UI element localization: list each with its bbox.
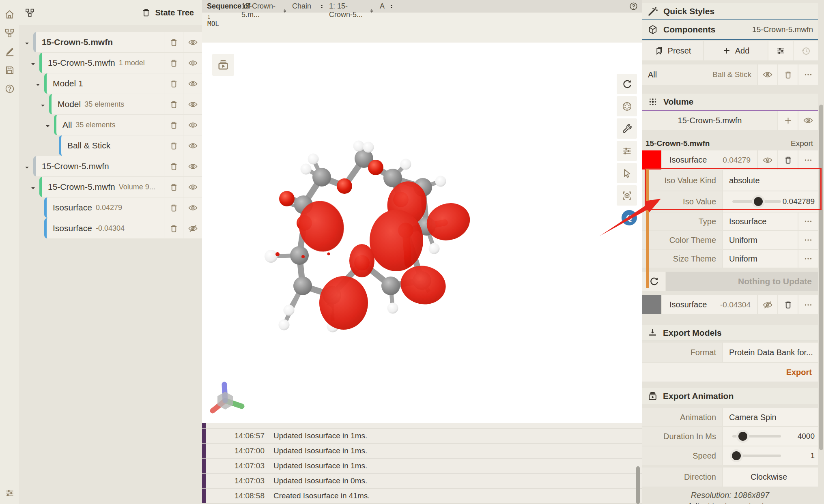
granularity-select[interactable]: Chain	[292, 2, 325, 11]
trash-icon[interactable]	[164, 115, 183, 135]
tree-row[interactable]: 15-Crown-5.mwfn	[19, 32, 202, 52]
trash-icon[interactable]	[164, 53, 183, 73]
clear-tree-trash-icon[interactable]	[141, 8, 151, 17]
controls-wrench-icon[interactable]	[617, 118, 637, 139]
trash-icon[interactable]	[164, 94, 183, 114]
isosurface-row[interactable]: Isosurface 0.04279	[662, 150, 757, 169]
tree-row[interactable]: Ball & Stick	[19, 135, 202, 156]
trash-icon[interactable]	[164, 156, 183, 176]
chevron-down-icon[interactable]	[40, 102, 46, 109]
settings-sliders-icon[interactable]	[0, 484, 19, 502]
speed-number[interactable]: 1	[810, 451, 815, 460]
quick-help-badge[interactable]: Q	[619, 208, 639, 228]
eye-off-icon[interactable]	[183, 218, 202, 238]
history-icon[interactable]	[794, 41, 818, 60]
volume-header[interactable]: Volume	[642, 94, 818, 111]
animation-select[interactable]: Camera Spin	[723, 408, 818, 426]
eye-icon[interactable]	[183, 32, 202, 52]
trash-icon[interactable]	[164, 197, 183, 218]
chevron-down-icon[interactable]	[30, 60, 36, 68]
settings-icon[interactable]	[617, 141, 637, 161]
export-models-header[interactable]: Export Models	[642, 325, 818, 341]
more-options-icon[interactable]	[798, 295, 818, 314]
save-icon[interactable]	[0, 61, 19, 79]
trash-icon[interactable]	[164, 177, 183, 197]
trash-icon[interactable]	[164, 135, 183, 156]
chevron-down-icon[interactable]	[24, 40, 30, 47]
speed-slider[interactable]	[732, 449, 781, 463]
export-models-button[interactable]: Export	[642, 363, 818, 382]
tree-row[interactable]: Isosurface0.04279	[19, 197, 202, 218]
animation-export-icon[interactable]	[212, 54, 234, 76]
reset-camera-icon[interactable]	[617, 74, 637, 94]
eye-icon[interactable]	[183, 53, 202, 73]
trash-icon[interactable]	[164, 32, 183, 52]
eye-icon[interactable]	[183, 197, 202, 218]
screenshot-icon[interactable]	[617, 96, 637, 116]
tree-row[interactable]: 15-Crown-5.mwfn	[19, 156, 202, 176]
size-theme-select[interactable]: Uniform	[723, 250, 798, 268]
iso-value-slider[interactable]	[732, 195, 781, 208]
tree-row[interactable]: Isosurface-0.04304	[19, 218, 202, 238]
add-component-button[interactable]: Add	[704, 41, 768, 60]
iso-value-kind-select[interactable]: absolute	[723, 170, 818, 191]
eye-icon[interactable]	[183, 73, 202, 94]
trash-icon[interactable]	[778, 295, 798, 314]
eye-icon[interactable]	[183, 177, 202, 197]
color-theme-select[interactable]: Uniform	[723, 231, 798, 249]
eye-icon[interactable]	[798, 111, 818, 130]
tree-row[interactable]: Model35 elements	[19, 94, 202, 114]
more-options-icon[interactable]	[798, 250, 818, 268]
trash-icon[interactable]	[164, 218, 183, 238]
eye-icon[interactable]	[183, 135, 202, 156]
preset-button[interactable]: Preset	[642, 41, 703, 60]
eye-icon[interactable]	[183, 94, 202, 114]
tree-row[interactable]: 15-Crown-5.mwfnVolume 9...	[19, 177, 202, 197]
isosurface-color-swatch[interactable]	[642, 295, 661, 314]
plus-icon[interactable]	[778, 111, 798, 130]
component-all-row[interactable]: All Ball & Stick	[642, 64, 757, 85]
isosurface-row[interactable]: Isosurface -0.04304	[662, 295, 757, 314]
model-select[interactable]: 1: 15-Crown-5...	[329, 2, 374, 19]
3d-canvas[interactable]	[202, 43, 642, 423]
quick-styles-header[interactable]: Quick Styles	[642, 3, 818, 20]
chevron-down-icon[interactable]	[30, 184, 36, 192]
trash-icon[interactable]	[778, 64, 798, 85]
volume-source-select[interactable]: 15-Crown-5.mwfn	[642, 111, 777, 130]
chevron-down-icon[interactable]	[35, 81, 41, 88]
tree-row[interactable]: All35 elements	[19, 115, 202, 135]
structure-select[interactable]: 15-Crown-5.m...	[241, 2, 288, 19]
state-tree-icon[interactable]	[0, 24, 19, 42]
isosurface-color-swatch[interactable]	[642, 150, 661, 169]
component-options-icon[interactable]	[768, 41, 793, 60]
tree-row[interactable]: 15-Crown-5.mwfn1 model	[19, 53, 202, 73]
help-icon[interactable]	[629, 2, 638, 11]
toggle-gizmo-icon[interactable]	[617, 185, 637, 206]
export-animation-header[interactable]: Export Animation	[642, 388, 818, 404]
log-scrollbar[interactable]	[636, 466, 640, 504]
duration-slider[interactable]	[732, 429, 781, 443]
selection-mode-icon[interactable]	[617, 163, 637, 183]
trash-icon[interactable]	[778, 150, 798, 169]
trash-icon[interactable]	[164, 73, 183, 94]
duration-number[interactable]: 4000	[798, 432, 815, 441]
eye-icon[interactable]	[758, 150, 777, 169]
help-icon[interactable]	[0, 79, 19, 98]
volume-export-link[interactable]: Export	[791, 139, 813, 148]
chevron-down-icon[interactable]	[24, 164, 30, 171]
eye-icon[interactable]	[183, 156, 202, 176]
direction-select[interactable]: Clockwise	[723, 468, 818, 487]
type-select[interactable]: Isosurface	[723, 212, 798, 230]
more-options-icon[interactable]	[798, 150, 818, 169]
edit-icon[interactable]	[0, 42, 19, 61]
refresh-icon[interactable]	[642, 272, 665, 291]
home-icon[interactable]	[0, 5, 19, 24]
more-options-icon[interactable]	[798, 64, 818, 85]
axes-gizmo[interactable]	[213, 384, 242, 411]
iso-value-number[interactable]: 0.042789	[783, 197, 815, 206]
right-panel-scrollbar[interactable]	[819, 105, 823, 450]
eye-icon[interactable]	[183, 115, 202, 135]
more-options-icon[interactable]	[798, 231, 818, 249]
residue-label[interactable]: MOL	[207, 20, 219, 28]
more-options-icon[interactable]	[798, 212, 818, 230]
